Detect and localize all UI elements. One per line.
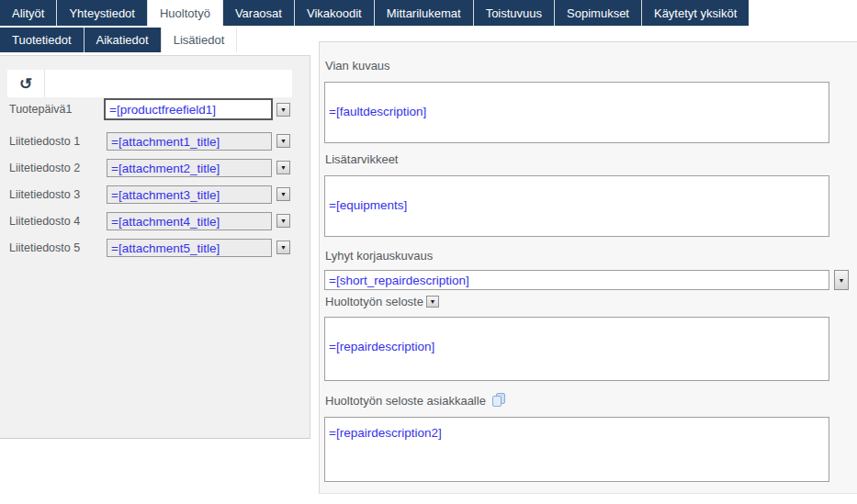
liitetiedosto4-input[interactable]: =[attachment4_title] <box>107 212 272 230</box>
field-row-liitetiedosto-2: Liitetiedosto 2 =[attachment2_title] ▼ <box>0 157 310 181</box>
liitetiedosto4-dropdown-button[interactable]: ▼ <box>276 214 290 228</box>
liitetiedosto5-input[interactable]: =[attachment5_title] <box>107 239 272 257</box>
field-label: Liitetiedosto 5 <box>9 239 80 257</box>
left-panel: ↺ Tuotepäivä1 =[productfreefield1] ▼ Lii… <box>0 55 310 439</box>
liitetiedosto2-input[interactable]: =[attachment2_title] <box>107 159 272 177</box>
field-label: Liitetiedosto 2 <box>9 159 80 177</box>
chevron-down-icon: ▼ <box>280 218 287 224</box>
liitetiedosto5-dropdown-button[interactable]: ▼ <box>276 241 290 254</box>
repairdescription2-textarea[interactable]: =[repairdescription2] <box>324 417 829 482</box>
right-panel: Vian kuvaus =[faultdescription] Lisätarv… <box>319 41 857 494</box>
vian-kuvaus-label: Vian kuvaus <box>325 59 390 73</box>
chevron-down-icon: ▼ <box>429 298 435 305</box>
chevron-down-icon: ▼ <box>280 244 287 251</box>
huoltotyon-seloste-dropdown-button[interactable]: ▼ <box>426 296 439 308</box>
service-work-window: Alityöt Yhteystiedot Huoltotyö Varaosat … <box>0 0 857 504</box>
field-row-liitetiedosto-5: Liitetiedosto 5 =[attachment5_title] ▼ <box>0 237 310 261</box>
lisatarvikkeet-label: Lisätarvikkeet <box>325 152 398 166</box>
huoltotyon-seloste-label-row: Huoltotyön seloste ▼ <box>325 295 439 308</box>
tab-alityot[interactable]: Alityöt <box>0 0 57 26</box>
chevron-down-icon: ▼ <box>839 277 845 284</box>
field-label: Liitetiedosto 1 <box>9 132 80 151</box>
liitetiedosto3-dropdown-button[interactable]: ▼ <box>276 187 290 201</box>
field-row-tuotepaiva1: Tuotepäivä1 =[productfreefield1] ▼ <box>0 98 310 122</box>
liitetiedosto1-input[interactable]: =[attachment1_title] <box>107 132 272 151</box>
history-icon: ↺ <box>19 76 32 92</box>
lyhyt-korjauskuvaus-label: Lyhyt korjauskuvaus <box>325 249 433 263</box>
faultdescription-textarea[interactable]: =[faultdescription] <box>324 82 829 143</box>
field-row-liitetiedosto-3: Liitetiedosto 3 =[attachment3_title] ▼ <box>0 184 310 207</box>
tab-sopimukset[interactable]: Sopimukset <box>555 0 642 26</box>
chevron-down-icon: ▼ <box>280 191 287 197</box>
tab-toistuvuus[interactable]: Toistuvuus <box>474 0 555 26</box>
huoltotyon-seloste-asiakkaalle-label: Huoltotyön seloste asiakkaalle <box>325 394 486 408</box>
tuotepaiva1-input[interactable]: =[productfreefield1] <box>104 98 273 120</box>
tab-yhteystiedot[interactable]: Yhteystiedot <box>57 0 148 26</box>
chevron-down-icon: ▼ <box>280 106 287 113</box>
liitetiedosto2-dropdown-button[interactable]: ▼ <box>276 161 290 174</box>
huoltotyon-seloste-asiakkaalle-label-row: Huoltotyön seloste asiakkaalle <box>325 392 506 409</box>
history-button[interactable]: ↺ <box>7 70 45 97</box>
sub-tab-bar: Tuotetiedot Aikatiedot Lisätiedot <box>0 28 237 52</box>
tab-tuotetiedot[interactable]: Tuotetiedot <box>0 28 85 52</box>
liitetiedosto1-dropdown-button[interactable]: ▼ <box>276 134 290 148</box>
tuotepaiva1-dropdown-button[interactable]: ▼ <box>276 103 290 117</box>
field-label: Liitetiedosto 4 <box>9 212 80 230</box>
repairdescription-textarea[interactable]: =[repairdescription] <box>324 317 829 381</box>
tab-huoltotyo[interactable]: Huoltotyö <box>148 0 223 26</box>
chevron-down-icon: ▼ <box>280 138 287 144</box>
main-tab-bar: Alityöt Yhteystiedot Huoltotyö Varaosat … <box>0 0 749 26</box>
copy-icon[interactable] <box>491 392 506 409</box>
tab-mittarilukemat[interactable]: Mittarilukemat <box>375 0 474 26</box>
short-repairdescription-input[interactable]: =[short_repairdescription] <box>324 270 829 290</box>
tab-vikakoodit[interactable]: Vikakoodit <box>295 0 375 26</box>
equipments-textarea[interactable]: =[equipments] <box>324 175 829 237</box>
tab-varaosat[interactable]: Varaosat <box>223 0 295 26</box>
field-row-liitetiedosto-1: Liitetiedosto 1 =[attachment1_title] ▼ <box>0 130 310 154</box>
liitetiedosto3-input[interactable]: =[attachment3_title] <box>107 185 272 204</box>
tab-kaytetyt-yksikot[interactable]: Käytetyt yksiköt <box>642 0 749 26</box>
tab-lisatiedot[interactable]: Lisätiedot <box>162 28 238 52</box>
field-row-liitetiedosto-4: Liitetiedosto 4 =[attachment4_title] ▼ <box>0 210 310 234</box>
field-label: Tuotepäivä1 <box>9 100 72 118</box>
left-toolbar: ↺ <box>7 70 292 97</box>
huoltotyon-seloste-label: Huoltotyön seloste <box>325 295 423 308</box>
short-repairdescription-dropdown-button[interactable]: ▼ <box>834 270 849 290</box>
chevron-down-icon: ▼ <box>280 164 287 171</box>
field-label: Liitetiedosto 3 <box>9 185 80 204</box>
tab-aikatiedot[interactable]: Aikatiedot <box>85 28 162 52</box>
